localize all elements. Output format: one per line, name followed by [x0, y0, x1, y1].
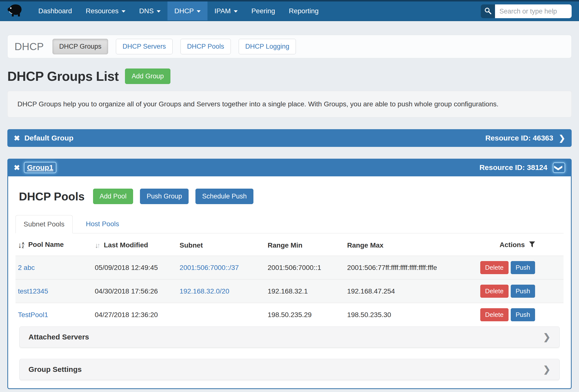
description-panel: DHCP Groups help you to organize all of … [7, 91, 572, 117]
nav-label: IPAM [214, 7, 230, 15]
mammoth-logo-icon [7, 3, 23, 19]
pool-name-link[interactable]: test12345 [18, 287, 48, 295]
caret-down-icon [157, 10, 161, 12]
push-button[interactable]: Push [511, 285, 535, 298]
range-min-cell: 2001:506:7000::1 [265, 256, 345, 280]
table-header-row: ↓AZ Pool Name ↓↑ Last Modified Subnet Ra… [15, 233, 564, 256]
table-row: 2 abc 05/09/2018 12:49:45 2001:506:7000:… [15, 256, 564, 280]
row-actions: Delete Push [480, 261, 561, 274]
delete-button[interactable]: Delete [480, 285, 508, 298]
schedule-push-button[interactable]: Schedule Push [196, 189, 253, 204]
search-input[interactable] [495, 4, 572, 18]
page-heading-row: DHCP Groups List Add Group [7, 69, 572, 84]
column-header-last-modified[interactable]: ↓↑ Last Modified [92, 233, 177, 256]
group1-link[interactable]: Group1 [24, 162, 57, 173]
accordion-group-settings[interactable]: Group Settings ❯ [19, 359, 560, 380]
chevron-right-icon: ❯ [543, 332, 551, 341]
global-search [481, 4, 572, 18]
group1-body: DHCP Pools Add Pool Push Group Schedule … [7, 176, 572, 389]
nav-label: Reporting [289, 7, 318, 15]
range-min-cell: 198.50.235.29 [265, 303, 345, 327]
arrow-up-icon: ↑ [97, 241, 100, 249]
group-bar-right: Resource ID: 46363 ❯ [485, 134, 565, 142]
app-logo[interactable] [7, 1, 23, 20]
nav-menu: Dashboard Resources DNS DHCP IPAM Peerin… [31, 1, 326, 20]
column-label: Subnet [179, 241, 203, 249]
range-max-cell: 198.50.235.30 [345, 303, 478, 327]
close-icon[interactable]: ✖ [14, 134, 20, 143]
last-modified-cell: 04/27/2018 12:36:20 [92, 303, 177, 327]
group-panel-group1: ✖ Group1 Resource ID: 38124 ❯ DHCP Pools… [7, 159, 572, 389]
search-icon [484, 7, 492, 15]
tab-subnet-pools[interactable]: Subnet Pools [15, 215, 73, 233]
dhcp-pools-title: DHCP Pools [19, 190, 85, 203]
search-icon-button[interactable] [481, 4, 495, 18]
push-button[interactable]: Push [511, 308, 535, 321]
resource-id-label: Resource ID: 38124 [479, 163, 547, 172]
column-label: Last Modified [104, 241, 148, 249]
tab-dhcp-servers[interactable]: DHCP Servers [116, 39, 173, 54]
pool-tabs: Subnet Pools Host Pools [15, 215, 564, 233]
range-min-cell: 192.168.32.1 [265, 280, 345, 303]
subnet-link[interactable]: 2001:506:7000::/37 [179, 264, 239, 271]
filter-funnel-icon[interactable] [529, 242, 535, 249]
row-actions: Delete Push [480, 285, 561, 298]
push-group-button[interactable]: Push Group [140, 189, 189, 204]
range-max-cell: 2001:506:77ff:ffff:ffff:ffff:ffff:fffe [345, 256, 478, 280]
column-header-range-max[interactable]: Range Max [345, 233, 478, 256]
table-row: TestPool1 04/27/2018 12:36:20 198.50.235… [15, 303, 564, 327]
nav-item-ipam[interactable]: IPAM [208, 1, 244, 20]
column-header-subnet[interactable]: Subnet [177, 233, 265, 256]
push-button[interactable]: Push [511, 261, 535, 274]
nav-item-dhcp[interactable]: DHCP [167, 1, 208, 20]
nav-item-dns[interactable]: DNS [132, 1, 167, 20]
range-max-cell: 192.168.47.254 [345, 280, 478, 303]
section-label: DHCP [14, 41, 44, 53]
chevron-down-icon: ❯ [555, 164, 563, 171]
chevron-right-icon[interactable]: ❯ [559, 134, 565, 142]
row-actions: Delete Push [480, 308, 561, 321]
column-label: Range Min [268, 241, 302, 249]
main-navbar: Dashboard Resources DNS DHCP IPAM Peerin… [0, 1, 579, 21]
tab-dhcp-pools[interactable]: DHCP Pools [180, 39, 231, 54]
pool-name-link[interactable]: TestPool1 [18, 311, 48, 318]
delete-button[interactable]: Delete [480, 308, 508, 321]
dhcp-subnav-card: DHCP DHCP Groups DHCP Servers DHCP Pools… [7, 35, 572, 58]
page-title: DHCP Groups List [7, 69, 119, 84]
group-bar-default-group[interactable]: ✖ Default Group Resource ID: 46363 ❯ [7, 129, 572, 147]
delete-button[interactable]: Delete [480, 261, 508, 274]
pool-name-link[interactable]: 2 abc [18, 264, 35, 271]
accordion-label: Attached Servers [28, 333, 89, 341]
tab-dhcp-logging[interactable]: DHCP Logging [239, 39, 296, 54]
nav-item-resources[interactable]: Resources [79, 1, 132, 20]
group-bar-group1[interactable]: ✖ Group1 Resource ID: 38124 ❯ [7, 159, 572, 176]
last-modified-cell: 04/30/2018 17:56:26 [92, 280, 177, 303]
add-group-button[interactable]: Add Group [125, 69, 170, 84]
caret-down-icon [122, 10, 126, 12]
subnet-link[interactable]: 192.168.32.0/20 [179, 287, 229, 295]
column-header-range-min[interactable]: Range Min [265, 233, 345, 256]
tab-host-pools[interactable]: Host Pools [78, 215, 127, 233]
sort-alpha-asc-icon[interactable]: ↓AZ [18, 241, 24, 250]
tab-dhcp-groups[interactable]: DHCP Groups [53, 39, 108, 54]
caret-down-icon [197, 10, 201, 12]
nav-label: DHCP [174, 7, 194, 15]
group-title: Default Group [24, 134, 73, 142]
caret-down-icon [234, 10, 238, 12]
column-header-pool-name[interactable]: ↓AZ Pool Name [15, 233, 92, 256]
accordion-label: Group Settings [28, 365, 82, 374]
close-icon[interactable]: ✖ [14, 163, 20, 172]
sort-icon[interactable]: ↓↑ [95, 241, 100, 249]
nav-item-reporting[interactable]: Reporting [282, 1, 325, 20]
accordion-attached-servers[interactable]: Attached Servers ❯ [19, 326, 560, 348]
add-pool-button[interactable]: Add Pool [93, 189, 133, 204]
nav-item-peering[interactable]: Peering [245, 1, 282, 20]
arrow-down-icon: ↓ [18, 241, 22, 250]
group-bar-right: Resource ID: 38124 ❯ [479, 162, 565, 173]
nav-item-dashboard[interactable]: Dashboard [31, 1, 79, 20]
column-label: Range Max [347, 241, 383, 249]
column-header-actions[interactable]: Actions [478, 233, 564, 256]
collapse-toggle[interactable]: ❯ [553, 162, 565, 173]
nav-label: Dashboard [38, 7, 72, 15]
sort-z: Z [22, 245, 24, 248]
